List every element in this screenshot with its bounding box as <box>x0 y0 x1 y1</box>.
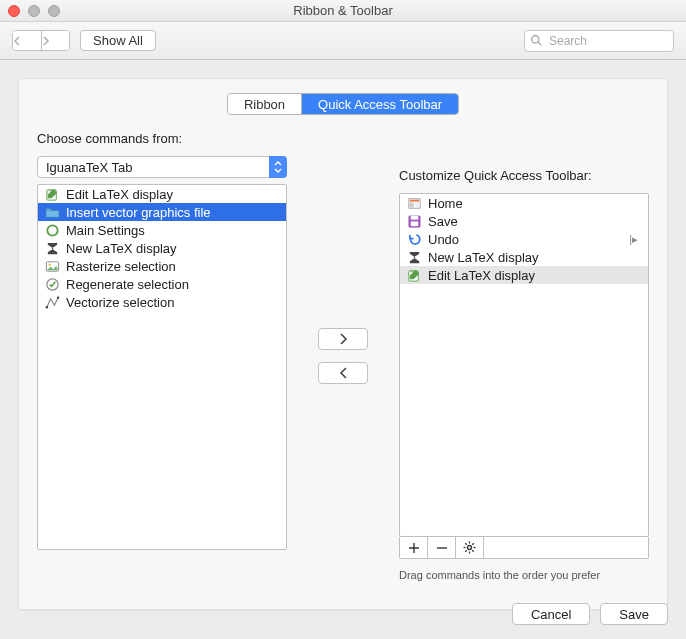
list-item-label: Undo <box>428 232 459 247</box>
svg-line-24 <box>472 543 473 544</box>
svg-point-7 <box>45 305 47 307</box>
remove-button[interactable] <box>428 537 456 558</box>
edit-icon <box>406 267 422 283</box>
nav-back-button[interactable] <box>13 31 41 50</box>
svg-rect-10 <box>409 199 418 201</box>
list-item[interactable]: Save <box>400 212 648 230</box>
undo-icon <box>406 231 422 247</box>
cancel-button[interactable]: Cancel <box>512 603 590 625</box>
list-item[interactable]: Regenerate selection <box>38 275 286 293</box>
tab-segment: Ribbon Quick Access Toolbar <box>227 93 459 115</box>
vector-icon <box>44 294 60 310</box>
list-item-label: Edit LaTeX display <box>66 187 173 202</box>
list-item-label: Regenerate selection <box>66 277 189 292</box>
qat-commands-list[interactable]: HomeSaveUndo|▸New LaTeX displayEdit LaTe… <box>399 193 649 537</box>
svg-line-25 <box>465 550 466 551</box>
list-item-label: Save <box>428 214 458 229</box>
list-item-label: New LaTeX display <box>66 241 177 256</box>
add-command-button[interactable] <box>318 328 368 350</box>
svg-rect-15 <box>410 221 418 226</box>
search-input[interactable] <box>524 30 674 52</box>
list-item-label: Main Settings <box>66 223 145 238</box>
list-item[interactable]: Edit LaTeX display <box>38 185 286 203</box>
circle-icon <box>44 222 60 238</box>
qat-list-toolbar <box>399 537 649 559</box>
svg-line-22 <box>465 543 466 544</box>
gear-icon <box>463 541 476 554</box>
choose-commands-label: Choose commands from: <box>37 131 287 146</box>
available-commands-list[interactable]: Edit LaTeX displayInsert vector graphics… <box>37 184 287 550</box>
svg-line-1 <box>538 42 541 45</box>
search-field-wrap <box>524 30 674 52</box>
customize-qat-label: Customize Quick Access Toolbar: <box>399 168 649 183</box>
list-item[interactable]: Vectorize selection <box>38 293 286 311</box>
list-item-label: New LaTeX display <box>428 250 539 265</box>
svg-point-0 <box>532 35 539 42</box>
nav-forward-button[interactable] <box>41 31 69 50</box>
list-item-label: Edit LaTeX display <box>428 268 535 283</box>
nav-segment <box>12 30 70 51</box>
save-icon <box>406 213 422 229</box>
svg-rect-12 <box>414 202 419 207</box>
toolbar: Show All <box>0 22 686 60</box>
svg-point-17 <box>468 546 472 550</box>
svg-rect-11 <box>409 202 413 207</box>
settings-button[interactable] <box>456 537 484 558</box>
drag-hint-label: Drag commands into the order you prefer <box>399 569 649 581</box>
list-item[interactable]: Rasterize selection <box>38 257 286 275</box>
content-panel: Ribbon Quick Access Toolbar Choose comma… <box>18 78 668 610</box>
svg-point-3 <box>47 225 57 235</box>
svg-point-8 <box>56 296 58 298</box>
tab-ribbon[interactable]: Ribbon <box>228 94 301 114</box>
sigma-icon <box>406 249 422 265</box>
list-item[interactable]: Main Settings <box>38 221 286 239</box>
svg-rect-14 <box>410 215 418 219</box>
list-item[interactable]: Undo|▸ <box>400 230 648 248</box>
tab-quick-access-toolbar[interactable]: Quick Access Toolbar <box>301 94 458 114</box>
svg-point-5 <box>48 263 50 265</box>
show-all-button[interactable]: Show All <box>80 30 156 51</box>
chevron-left-icon <box>339 367 348 379</box>
save-button[interactable]: Save <box>600 603 668 625</box>
list-item[interactable]: Insert vector graphics file <box>38 203 286 221</box>
list-item[interactable]: New LaTeX display <box>38 239 286 257</box>
zoom-window-button[interactable] <box>48 5 60 17</box>
list-item-label: Vectorize selection <box>66 295 174 310</box>
add-button[interactable] <box>400 537 428 558</box>
home-icon <box>406 195 422 211</box>
list-item[interactable]: New LaTeX display <box>400 248 648 266</box>
image-icon <box>44 258 60 274</box>
chevron-right-icon <box>42 36 50 46</box>
list-item-label: Rasterize selection <box>66 259 176 274</box>
minimize-window-button[interactable] <box>28 5 40 17</box>
minus-icon <box>436 542 448 554</box>
commands-source-select[interactable]: IguanaTeX Tab <box>37 156 287 178</box>
search-icon <box>530 34 543 47</box>
window-title: Ribbon & Toolbar <box>0 3 686 18</box>
title-bar: Ribbon & Toolbar <box>0 0 686 22</box>
chevron-left-icon <box>13 36 21 46</box>
edit-icon <box>44 186 60 202</box>
sigma-icon <box>44 240 60 256</box>
plus-icon <box>408 542 420 554</box>
svg-line-23 <box>472 550 473 551</box>
submenu-indicator-icon: |▸ <box>629 233 642 246</box>
folder-icon <box>44 204 60 220</box>
list-item-label: Insert vector graphics file <box>66 205 211 220</box>
check-icon <box>44 276 60 292</box>
list-item[interactable]: Home <box>400 194 648 212</box>
close-window-button[interactable] <box>8 5 20 17</box>
chevron-right-icon <box>339 333 348 345</box>
dialog-footer: Cancel Save <box>494 589 686 639</box>
list-item-label: Home <box>428 196 463 211</box>
remove-command-button[interactable] <box>318 362 368 384</box>
list-item[interactable]: Edit LaTeX display <box>400 266 648 284</box>
